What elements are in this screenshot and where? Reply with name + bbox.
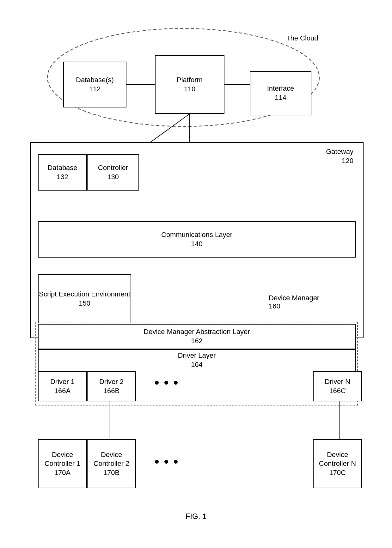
dev-ctrlN-label: Device Controller N: [314, 450, 361, 468]
database-gw-label: Database: [47, 163, 77, 173]
dev-ctrl2-label: Device Controller 2: [88, 450, 135, 468]
cloud-label: The Cloud: [286, 34, 318, 42]
platform-number: 110: [184, 85, 196, 94]
platform-box: Platform 110: [155, 55, 224, 114]
script-exec-label: Script Execution Environment: [39, 290, 130, 299]
dm-abstraction-box: Device Manager Abstraction Layer 162: [38, 324, 356, 349]
driverN-number: 166C: [329, 387, 346, 396]
gateway-label: Gateway: [326, 148, 353, 155]
databases-cloud-number: 112: [89, 85, 101, 94]
driver1-number: 166A: [54, 387, 70, 396]
driver1-box: Driver 1 166A: [38, 371, 87, 401]
device-manager-number: 160: [269, 302, 280, 310]
dot5: [164, 460, 168, 464]
driver-dots: [155, 381, 178, 385]
interface-label: Interface: [267, 84, 294, 93]
device-manager-label: Device Manager: [269, 294, 319, 302]
script-exec-number: 150: [79, 299, 90, 308]
driver2-label: Driver 2: [99, 377, 124, 387]
dot2: [164, 381, 168, 385]
driver-layer-number: 164: [191, 360, 203, 369]
gateway-number: 120: [342, 157, 353, 165]
dev-ctrlN-number: 170C: [329, 468, 346, 478]
driver2-number: 166B: [103, 387, 119, 396]
controller-label: Controller: [98, 163, 128, 173]
driverN-box: Driver N 166C: [313, 371, 362, 401]
interface-box: Interface 114: [250, 71, 311, 115]
dev-ctrl2-box: Device Controller 2 170B: [87, 439, 136, 488]
interface-number: 114: [275, 93, 286, 102]
controller-box: Controller 130: [87, 154, 139, 191]
dm-abstraction-number: 162: [191, 337, 203, 346]
comm-layer-box: Communications Layer 140: [38, 221, 356, 258]
controller-number: 130: [107, 173, 119, 182]
driver1-label: Driver 1: [50, 377, 75, 387]
dev-ctrl1-label: Device Controller 1: [39, 450, 86, 468]
dev-ctrl-dots: [155, 460, 178, 464]
dev-ctrl1-number: 170A: [54, 468, 70, 478]
dot3: [174, 381, 178, 385]
dot6: [174, 460, 178, 464]
dev-ctrl1-box: Device Controller 1 170A: [38, 439, 87, 488]
device-manager-label-area: Device Manager 160: [269, 294, 319, 310]
driver2-box: Driver 2 166B: [87, 371, 136, 401]
fig-label: FIG. 1: [164, 512, 228, 521]
driver-layer-label: Driver Layer: [178, 351, 216, 360]
driverN-label: Driver N: [325, 377, 350, 387]
database-gw-number: 132: [57, 173, 68, 182]
dot1: [155, 381, 159, 385]
driver-layer-box: Driver Layer 164: [38, 349, 356, 371]
dm-abstraction-label: Device Manager Abstraction Layer: [144, 327, 250, 337]
database-gw-box: Database 132: [38, 154, 87, 191]
script-exec-box: Script Execution Environment 150: [38, 274, 131, 323]
databases-cloud-box: Database(s) 112: [63, 62, 126, 107]
platform-label: Platform: [177, 76, 203, 85]
comm-layer-number: 140: [191, 240, 203, 249]
databases-cloud-label: Database(s): [76, 76, 114, 85]
dev-ctrl2-number: 170B: [103, 468, 119, 478]
dot4: [155, 460, 159, 464]
dev-ctrlN-box: Device Controller N 170C: [313, 439, 362, 488]
comm-layer-label: Communications Layer: [161, 230, 232, 240]
